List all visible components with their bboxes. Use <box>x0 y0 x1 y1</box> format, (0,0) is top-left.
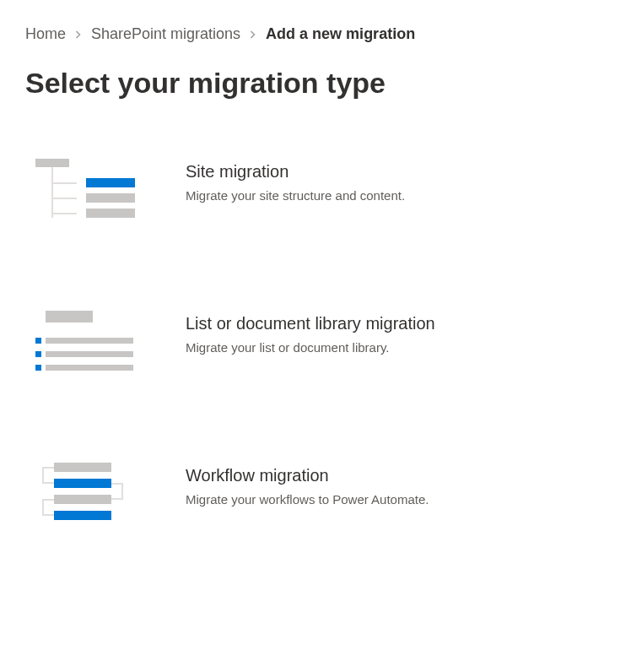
chevron-right-icon <box>74 28 83 41</box>
option-title: List or document library migration <box>186 314 435 333</box>
option-title: Site migration <box>186 162 405 182</box>
option-list-migration[interactable]: List or document library migration Migra… <box>25 311 606 378</box>
breadcrumb-sharepoint-migrations[interactable]: SharePoint migrations <box>91 25 240 43</box>
workflow-migration-icon <box>35 463 138 530</box>
option-title: Workflow migration <box>186 466 429 485</box>
option-desc: Migrate your workflows to Power Automate… <box>186 492 429 507</box>
option-desc: Migrate your list or document library. <box>186 340 435 355</box>
breadcrumb-current: Add a new migration <box>266 25 415 43</box>
chevron-right-icon <box>249 28 257 41</box>
breadcrumb-home[interactable]: Home <box>25 25 66 43</box>
option-desc: Migrate your site structure and content. <box>186 188 405 203</box>
breadcrumb: Home SharePoint migrations Add a new mig… <box>25 25 606 43</box>
list-migration-icon <box>35 311 138 378</box>
option-text: List or document library migration Migra… <box>186 311 435 355</box>
option-text: Site migration Migrate your site structu… <box>186 159 405 203</box>
page-title: Select your migration type <box>25 67 606 100</box>
option-text: Workflow migration Migrate your workflow… <box>186 463 429 507</box>
option-site-migration[interactable]: Site migration Migrate your site structu… <box>25 159 606 226</box>
option-workflow-migration[interactable]: Workflow migration Migrate your workflow… <box>25 463 606 530</box>
site-migration-icon <box>35 159 138 226</box>
